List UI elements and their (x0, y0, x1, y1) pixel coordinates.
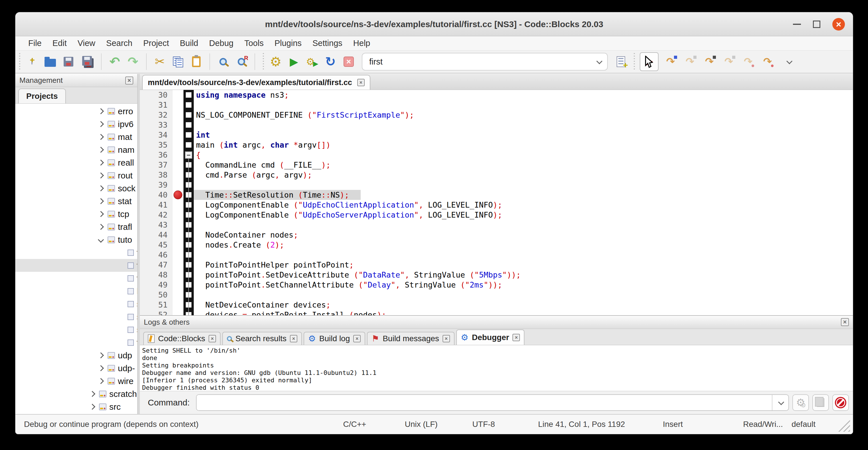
menu-build[interactable]: Build (174, 38, 204, 48)
chevron-collapsed-icon[interactable] (98, 147, 104, 153)
command-combobox[interactable] (196, 394, 789, 411)
debug-step-out-button[interactable]: ↷ (722, 55, 736, 69)
chevron-collapsed-icon[interactable] (98, 134, 104, 140)
chevron-collapsed-icon[interactable] (98, 352, 104, 358)
debug-step-into-instruction-button[interactable]: ↷ (761, 55, 775, 69)
breakpoint-margin[interactable] (173, 90, 183, 315)
menu-file[interactable]: File (23, 38, 47, 48)
code-line-50[interactable] (194, 290, 853, 300)
toolbar-grip[interactable] (261, 53, 266, 70)
paste-button[interactable] (189, 54, 204, 69)
log-tab-build-log[interactable]: ⚙Build log× (304, 332, 365, 345)
log-tab-code-blocks[interactable]: Code::Blocks× (143, 332, 221, 345)
chevron-collapsed-icon[interactable] (98, 108, 104, 114)
chevron-collapsed-icon[interactable] (89, 404, 95, 410)
find-button[interactable] (216, 54, 230, 69)
tree-item-udp[interactable]: udp (16, 349, 137, 362)
tree-item-rout[interactable]: rout (16, 169, 137, 182)
tree-item-he[interactable]: he (16, 285, 137, 298)
chevron-collapsed-icon[interactable] (98, 211, 104, 217)
breakpoint-icon[interactable] (174, 190, 182, 199)
tree-item-fo[interactable]: fo (16, 272, 137, 285)
vertical-splitter[interactable] (137, 74, 140, 414)
code-text-area[interactable]: using namespace ns3;NS_LOG_COMPONENT_DEF… (194, 90, 853, 315)
copy-button[interactable] (170, 54, 185, 69)
fold-margin[interactable] (183, 90, 194, 315)
command-input[interactable] (196, 395, 772, 410)
build-target-combobox[interactable] (362, 53, 608, 70)
code-line-48[interactable]: pointToPoint.SetDeviceAttribute ("DataRa… (194, 270, 853, 280)
tree-item-nam[interactable]: nam (16, 143, 137, 156)
code-line-34[interactable]: int (194, 130, 853, 140)
chevron-expanded-icon[interactable] (98, 237, 104, 243)
cut-button[interactable]: ✂ (152, 54, 167, 69)
menu-settings[interactable]: Settings (307, 38, 348, 48)
management-close-icon[interactable]: × (125, 77, 133, 85)
code-line-45[interactable]: nodes.Create (2); (194, 240, 853, 250)
debugger-output[interactable]: Setting SHELL to '/bin/sh'doneSetting br… (140, 345, 853, 391)
code-line-38[interactable]: cmd.Parse (argc, argv); (194, 170, 853, 180)
tree-item-scratch[interactable]: scratch (16, 387, 137, 400)
code-line-35[interactable]: main (int argc, char *argv[]) (194, 140, 853, 150)
command-dropdown[interactable] (772, 395, 788, 410)
menu-project[interactable]: Project (138, 38, 174, 48)
code-line-49[interactable]: pointToPoint.SetChannelAttribute ("Delay… (194, 280, 853, 290)
debug-tools-button[interactable]: ⚙⚙ (793, 394, 809, 411)
menu-search[interactable]: Search (101, 38, 138, 48)
code-line-33[interactable] (194, 120, 853, 130)
close-button[interactable]: × (832, 18, 845, 31)
code-line-42[interactable]: LogComponentEnable ("UdpEchoServerApplic… (194, 210, 853, 220)
build-target-input[interactable] (369, 57, 597, 67)
tree-item-tcp[interactable]: tcp (16, 208, 137, 220)
log-tab-build-messages[interactable]: ⚑Build messages× (367, 332, 455, 345)
log-tab-close-icon[interactable]: × (442, 335, 450, 342)
chevron-collapsed-icon[interactable] (98, 160, 104, 166)
debug-step-into-button[interactable]: ↷ (702, 55, 716, 69)
editor-tab-first-cc[interactable]: mnt/dev/tools/source/ns-3-dev/examples/t… (142, 75, 370, 90)
log-tab-close-icon[interactable]: × (209, 335, 216, 342)
debug-toolbar-expand-button[interactable] (781, 54, 796, 69)
code-line-47[interactable]: PointToPointHelper pointToPoint; (194, 260, 853, 270)
tree-item-wire[interactable]: wire (16, 374, 137, 387)
new-file-button[interactable] (25, 54, 39, 69)
code-line-36[interactable]: { (194, 150, 853, 160)
log-tab-close-icon[interactable]: × (513, 334, 520, 341)
tree-item-erro[interactable]: erro (16, 105, 137, 118)
replace-button[interactable]: R (234, 54, 249, 69)
chevron-collapsed-icon[interactable] (98, 198, 104, 204)
maximize-button[interactable] (813, 21, 820, 28)
log-tab-close-icon[interactable]: × (290, 335, 297, 342)
log-tab-debugger[interactable]: ⚙Debugger× (456, 330, 525, 345)
code-line-46[interactable] (194, 250, 853, 260)
code-line-37[interactable]: CommandLine cmd (__FILE__); (194, 160, 853, 170)
tree-item-trafl[interactable]: trafl (16, 220, 137, 233)
undo-button[interactable]: ↶ (107, 54, 122, 69)
save-button[interactable] (61, 54, 76, 69)
build-and-run-button[interactable]: ⚙▶ (305, 54, 319, 69)
debug-next-instruction-button[interactable]: ↷ (741, 55, 755, 69)
tree-item-th[interactable]: th (16, 336, 137, 349)
tree-item-src[interactable]: src (16, 400, 137, 413)
debug-continue-button[interactable] (640, 52, 658, 71)
stop-debugger-button[interactable] (832, 394, 849, 411)
tree-item-reall[interactable]: reall (16, 156, 137, 169)
tree-item-six[interactable]: six (16, 323, 137, 336)
minimize-button[interactable] (793, 24, 801, 25)
chevron-collapsed-icon[interactable] (89, 391, 95, 397)
tab-projects[interactable]: Projects (18, 89, 66, 103)
tree-item-fif[interactable]: fif (16, 246, 137, 259)
open-file-button[interactable] (43, 54, 58, 69)
manage-targets-button[interactable] (614, 54, 628, 69)
log-tab-search-results[interactable]: Search results× (222, 332, 302, 345)
tree-item-se[interactable]: se (16, 298, 137, 310)
run-button[interactable]: ▶ (286, 54, 301, 69)
rebuild-button[interactable]: ↻ (323, 54, 338, 69)
chevron-collapsed-icon[interactable] (98, 378, 104, 384)
menu-edit[interactable]: Edit (47, 38, 72, 48)
menu-plugins[interactable]: Plugins (269, 38, 307, 48)
code-line-40[interactable]: Time::SetResolution (Time::NS); (194, 190, 853, 200)
chevron-collapsed-icon[interactable] (98, 185, 104, 191)
code-line-39[interactable] (194, 180, 853, 190)
chevron-collapsed-icon[interactable] (98, 224, 104, 230)
chevron-collapsed-icon[interactable] (98, 173, 104, 178)
